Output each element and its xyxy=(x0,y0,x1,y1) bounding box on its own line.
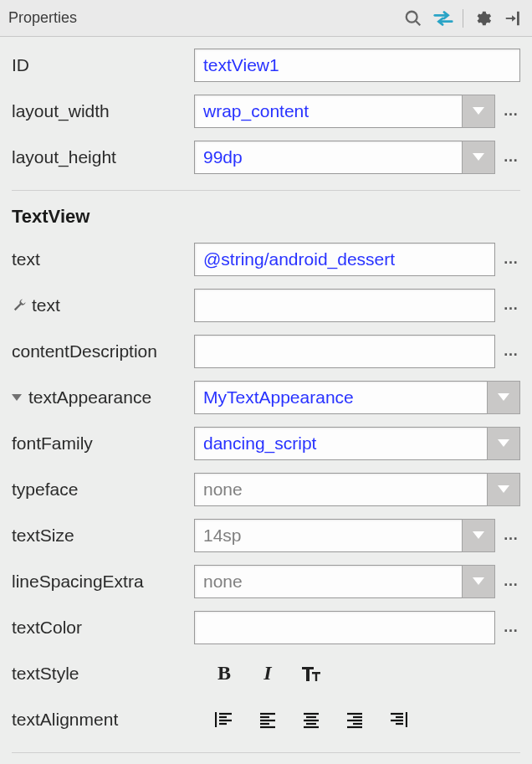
section-separator xyxy=(12,190,520,191)
id-input[interactable] xyxy=(194,49,520,82)
text-more[interactable]: … xyxy=(502,250,520,268)
fontfamily-label: fontFamily xyxy=(12,433,194,454)
chevron-down-icon xyxy=(473,577,484,585)
textcolor-input[interactable] xyxy=(194,611,495,644)
align-center-button[interactable] xyxy=(299,708,323,731)
textalignment-label: textAlignment xyxy=(12,710,194,730)
layout-width-label: layout_width xyxy=(12,101,194,121)
layout-width-input[interactable] xyxy=(194,95,462,128)
fontfamily-dropdown[interactable] xyxy=(487,427,520,460)
chevron-down-icon xyxy=(473,107,484,115)
typeface-dropdown[interactable] xyxy=(487,473,520,506)
section-title: TextView xyxy=(12,197,520,236)
align-left-button[interactable] xyxy=(256,708,279,731)
chevron-down-icon xyxy=(498,439,509,447)
text-input[interactable] xyxy=(194,243,495,276)
minimize-icon[interactable] xyxy=(502,8,524,29)
contentdescription-more[interactable]: … xyxy=(502,342,520,360)
text-label: text xyxy=(12,249,194,269)
linespacing-dropdown[interactable] xyxy=(462,565,495,598)
typeface-input[interactable] xyxy=(194,473,487,506)
textsize-label: textSize xyxy=(12,526,194,546)
svg-point-0 xyxy=(407,11,417,22)
layout-height-dropdown[interactable] xyxy=(462,141,495,174)
toolbar-divider xyxy=(463,9,463,28)
contentdescription-input[interactable] xyxy=(194,335,495,368)
textcolor-more[interactable]: … xyxy=(502,618,520,636)
textappearance-label-text: textAppearance xyxy=(28,387,151,408)
textappearance-dropdown[interactable] xyxy=(487,381,520,414)
layout-height-more[interactable]: … xyxy=(502,148,520,166)
textsize-dropdown[interactable] xyxy=(462,519,495,552)
textsize-more[interactable]: … xyxy=(502,526,520,544)
chevron-down-icon xyxy=(473,153,484,161)
design-text-input[interactable] xyxy=(194,289,495,322)
gear-icon[interactable] xyxy=(472,8,494,29)
design-text-more[interactable]: … xyxy=(502,296,520,314)
design-text-label-text: text xyxy=(32,295,60,315)
swap-icon[interactable] xyxy=(432,8,454,29)
wrench-icon xyxy=(12,298,27,313)
chevron-down-icon xyxy=(498,393,509,401)
search-icon[interactable] xyxy=(402,8,424,29)
textstyle-label: textStyle xyxy=(12,664,194,684)
bottom-separator xyxy=(12,752,520,753)
svg-line-1 xyxy=(416,20,421,25)
contentdescription-label: contentDescription xyxy=(12,341,194,361)
layout-height-input[interactable] xyxy=(194,141,462,174)
linespacing-label: lineSpacingExtra xyxy=(12,572,194,592)
panel-title: Properties xyxy=(8,9,402,27)
align-viewstart-button[interactable] xyxy=(212,708,236,731)
textappearance-label[interactable]: textAppearance xyxy=(12,387,194,408)
layout-height-label: layout_height xyxy=(12,147,194,167)
id-label: ID xyxy=(12,55,194,75)
chevron-down-icon xyxy=(498,485,509,493)
textcolor-label: textColor xyxy=(12,618,194,638)
layout-width-more[interactable]: … xyxy=(502,102,520,120)
typeface-label: typeface xyxy=(12,479,194,500)
layout-width-dropdown[interactable] xyxy=(462,95,495,128)
design-text-label: text xyxy=(12,295,194,315)
align-viewend-button[interactable] xyxy=(386,708,410,731)
linespacing-more[interactable]: … xyxy=(502,572,520,590)
fontfamily-input[interactable] xyxy=(194,427,487,460)
panel-header: Properties xyxy=(0,0,532,37)
header-toolbar xyxy=(402,8,524,29)
textsize-input[interactable] xyxy=(194,519,462,552)
textappearance-input[interactable] xyxy=(194,381,487,414)
italic-button[interactable]: I xyxy=(256,662,279,685)
align-right-button[interactable] xyxy=(343,708,366,731)
chevron-down-icon xyxy=(473,531,484,539)
bold-button[interactable]: B xyxy=(212,662,236,685)
collapse-icon xyxy=(12,394,22,401)
linespacing-input[interactable] xyxy=(194,565,462,598)
smallcaps-button[interactable] xyxy=(299,662,323,685)
